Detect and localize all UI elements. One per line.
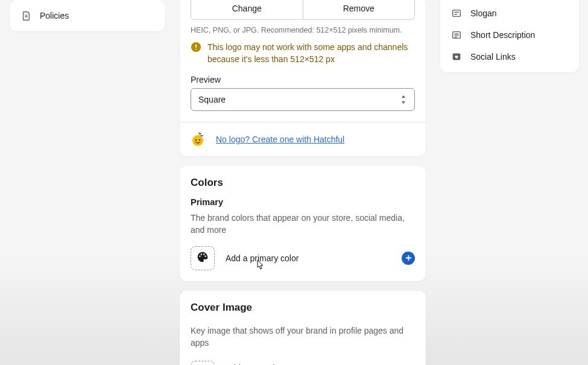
hatchful-link[interactable]: No logo? Create one with Hatchful xyxy=(216,135,344,144)
colors-subhead: Primary xyxy=(191,197,415,207)
cover-title: Cover Image xyxy=(191,302,415,314)
right-item-social-links[interactable]: Social Links xyxy=(440,46,579,68)
right-item-short-description[interactable]: Short Description xyxy=(440,24,579,46)
right-item-label: Short Description xyxy=(470,30,535,40)
add-primary-color-button[interactable] xyxy=(402,252,415,265)
svg-rect-1 xyxy=(195,45,197,48)
warning-text: This logo may not work with some apps an… xyxy=(207,42,415,65)
palette-placeholder xyxy=(191,246,215,270)
hatchful-row: No logo? Create one with Hatchful xyxy=(180,122,426,156)
logo-card: Change Remove HEIC, PNG, or JPG. Recomme… xyxy=(180,0,426,156)
colors-title: Colors xyxy=(191,177,415,189)
text-icon xyxy=(451,8,462,19)
remove-button[interactable]: Remove xyxy=(303,0,415,19)
policies-icon xyxy=(21,10,31,21)
nav-item-label: Policies xyxy=(40,11,69,21)
svg-rect-8 xyxy=(453,10,461,17)
right-item-slogan[interactable]: Slogan xyxy=(440,2,579,24)
svg-rect-2 xyxy=(195,49,197,50)
svg-point-3 xyxy=(192,135,203,146)
right-item-label: Social Links xyxy=(470,52,516,62)
preview-select[interactable]: Square xyxy=(191,88,415,111)
palette-icon xyxy=(197,251,209,265)
svg-point-5 xyxy=(199,139,201,141)
nav-item-policies[interactable]: Policies xyxy=(10,5,165,27)
logo-warning: This logo may not work with some apps an… xyxy=(191,42,415,65)
svg-point-4 xyxy=(195,139,197,141)
cover-image-card: Cover Image Key image that shows off you… xyxy=(180,291,426,365)
change-button[interactable]: Change xyxy=(191,0,303,19)
add-primary-color-label: Add a primary color xyxy=(226,253,299,263)
preview-value: Square xyxy=(198,95,226,104)
cover-desc: Key image that shows off your brand in p… xyxy=(191,325,415,349)
heart-tag-icon xyxy=(451,51,462,62)
right-item-label: Slogan xyxy=(470,8,497,18)
preview-label: Preview xyxy=(191,75,415,84)
text-lines-icon xyxy=(451,30,462,40)
add-primary-color-row[interactable]: Add a primary color xyxy=(191,246,415,270)
colors-desc: The brand colors that appear on your sto… xyxy=(191,212,415,236)
logo-hint: HEIC, PNG, or JPG. Recommended: 512×512 … xyxy=(191,26,415,34)
select-caret-icon xyxy=(400,94,408,105)
warning-icon xyxy=(191,42,201,52)
hatchful-icon xyxy=(191,132,205,147)
settings-nav: Policies xyxy=(10,0,165,31)
logo-button-row: Change Remove xyxy=(191,0,415,20)
add-cover-image-row[interactable]: Add a cover image HEIC, PNG, or JPG. Rec… xyxy=(191,361,415,365)
image-placeholder xyxy=(191,361,215,365)
right-nav: Slogan Short Description xyxy=(440,0,579,72)
colors-card: Colors Primary The brand colors that app… xyxy=(180,166,426,281)
